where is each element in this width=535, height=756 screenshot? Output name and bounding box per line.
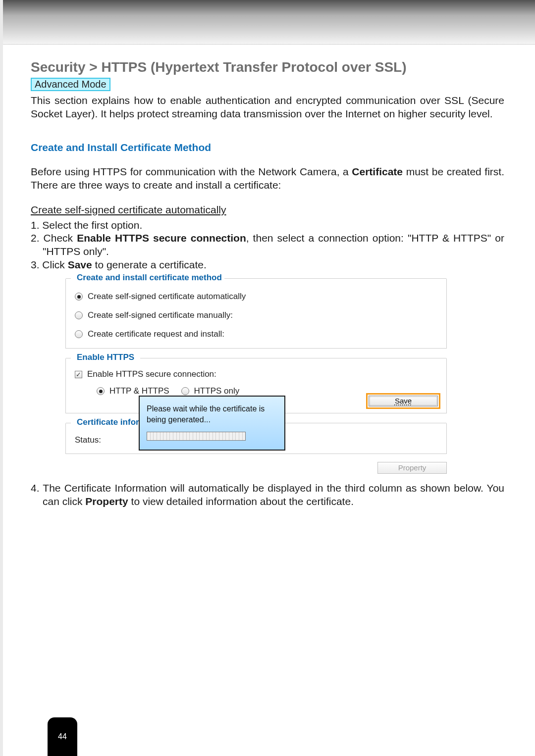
- steps-list: 1. Select the first option. 2. Check Ena…: [31, 219, 504, 272]
- border: [66, 423, 71, 423]
- radio-icon[interactable]: [75, 293, 83, 301]
- text: 3. Click: [31, 259, 68, 270]
- page-left-edge: [0, 0, 3, 756]
- after-steps: 4. The Certificate Information will auto…: [31, 482, 504, 508]
- fieldset-legend: Certificate inforn: [74, 417, 147, 427]
- radio-icon[interactable]: [181, 387, 189, 395]
- radio-label-http-https: HTTP & HTTPS: [109, 386, 169, 396]
- page: Security > HTTPS (Hypertext Transfer Pro…: [0, 0, 535, 756]
- radio-option-request[interactable]: Create certificate request and install:: [75, 329, 439, 339]
- property-row: Property: [65, 462, 447, 474]
- content-area: Security > HTTPS (Hypertext Transfer Pro…: [0, 45, 535, 508]
- border: [66, 358, 71, 358]
- section-subheading: Create and Install Certificate Method: [31, 142, 504, 153]
- bold-property: Property: [85, 496, 128, 507]
- save-button[interactable]: Save: [369, 396, 438, 406]
- text: to generate a certificate.: [92, 259, 207, 270]
- bold: Save: [68, 259, 92, 270]
- intro-paragraph: This section explains how to enable auth…: [31, 94, 504, 121]
- page-number: 44: [58, 732, 67, 741]
- radio-icon[interactable]: [75, 330, 83, 338]
- page-title: Security > HTTPS (Hypertext Transfer Pro…: [31, 58, 504, 76]
- save-highlight-border: Save: [366, 393, 440, 409]
- radio-option-auto[interactable]: Create self-signed certificate automatic…: [75, 292, 439, 302]
- radio-label: Create certificate request and install:: [88, 329, 224, 339]
- radio-label-https-only: HTTPS only: [194, 386, 240, 396]
- checkbox-icon[interactable]: [75, 371, 82, 378]
- radio-icon[interactable]: [75, 311, 83, 319]
- border: [140, 358, 446, 358]
- fieldset-create-install: Create and install certificate method Cr…: [65, 279, 447, 349]
- status-label: Status:: [75, 435, 101, 445]
- radio-label: Create self-signed certificate manually:: [88, 310, 233, 320]
- checkbox-enable-https[interactable]: Enable HTTPS secure connection:: [75, 369, 439, 379]
- step-3: 3. Click Save to generate a certificate.: [31, 258, 504, 272]
- mode-badge: Advanced Mode: [31, 78, 110, 91]
- method-heading: Create self-signed certificate automatic…: [31, 204, 504, 216]
- bold: Enable HTTPS secure connection: [77, 232, 246, 244]
- property-button[interactable]: Property: [377, 462, 447, 474]
- text: Before using HTTPS for communication wit…: [31, 166, 352, 177]
- step-1: 1. Select the first option.: [31, 219, 504, 232]
- text: 2. Check: [31, 232, 77, 244]
- page-number-tab: 44: [48, 717, 77, 756]
- radio-icon[interactable]: [97, 387, 105, 395]
- dialog-text: Please wait while the certificate is bei…: [147, 403, 277, 425]
- embedded-screenshot: Create and install certificate method Cr…: [65, 279, 447, 474]
- step-2: 2. Check Enable HTTPS secure connection,…: [31, 232, 504, 258]
- header-gradient-strip: [0, 0, 535, 45]
- checkbox-label: Enable HTTPS secure connection:: [87, 369, 216, 379]
- fieldset-legend: Create and install certificate method: [74, 273, 225, 283]
- text: to view detailed information about the c…: [128, 496, 354, 507]
- fieldset-legend: Enable HTTPS: [74, 353, 137, 362]
- step-4: 4. The Certificate Information will auto…: [31, 482, 504, 508]
- before-paragraph: Before using HTTPS for communication wit…: [31, 165, 504, 192]
- border: [66, 278, 71, 279]
- radio-label: Create self-signed certificate automatic…: [88, 292, 246, 302]
- border: [224, 278, 446, 279]
- generating-certificate-dialog: Please wait while the certificate is bei…: [139, 396, 285, 451]
- save-highlight: Save: [366, 393, 440, 409]
- progress-bar: [147, 432, 246, 441]
- radio-option-manual[interactable]: Create self-signed certificate manually:: [75, 310, 439, 320]
- bold-certificate: Certificate: [352, 166, 403, 177]
